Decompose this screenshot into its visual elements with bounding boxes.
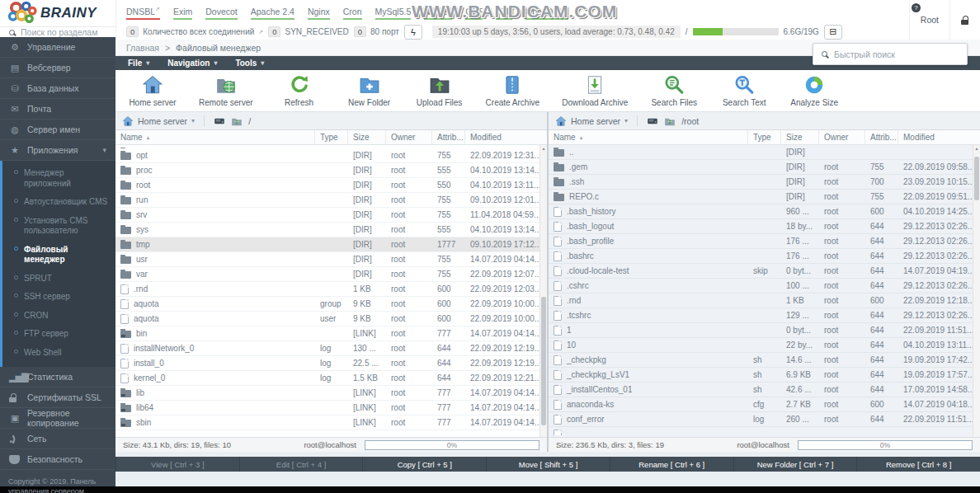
- file-row[interactable]: usr [DIR] root 755 14.07.2019 04:14...: [115, 252, 539, 267]
- drive-icon[interactable]: [647, 115, 658, 127]
- file-row[interactable]: _installCentos_01 sh 42.6 ... root 644 1…: [549, 383, 973, 397]
- sidebar-item[interactable]: ◍ Сервер имен: [0, 120, 115, 140]
- column-type[interactable]: Type: [315, 130, 348, 144]
- lock-button[interactable]: [949, 0, 980, 40]
- file-row[interactable]: .ssh [DIR] root 700 23.09.2019 10:15...: [549, 175, 973, 190]
- quick-search[interactable]: [813, 43, 968, 65]
- file-row[interactable]: proc [DIR] root 555 04.10.2019 13:14...: [115, 163, 539, 178]
- toolbar-button[interactable]: Search Files: [650, 74, 698, 107]
- sidebar-item[interactable]: ▣ Резервное копирование: [0, 408, 115, 429]
- left-scrollbar[interactable]: ▴: [539, 145, 547, 437]
- column-modified[interactable]: Modified: [898, 130, 973, 144]
- function-button[interactable]: Move [ Shift + 5 ]: [486, 457, 610, 472]
- file-row[interactable]: .bash_history 960 ... root 600 04.10.201…: [549, 204, 973, 219]
- file-row[interactable]: run [DIR] root 755 09.10.2019 12:01...: [115, 193, 539, 208]
- menubar-item[interactable]: Navigation▾: [158, 56, 226, 70]
- quick-search-input[interactable]: [834, 49, 949, 59]
- toolbar-button[interactable]: Remote server: [199, 74, 253, 107]
- file-row[interactable]: kernel_0 log 1.5 KB root 644 22.09.2019 …: [115, 371, 539, 386]
- column-owner[interactable]: Owner: [819, 130, 865, 144]
- file-row[interactable]: 1 0 byt... root 644 22.09.2019 11:51...: [549, 323, 973, 338]
- toolbar-button[interactable]: Create Archive: [486, 74, 540, 107]
- service-link[interactable]: FTP: [496, 6, 512, 20]
- column-type[interactable]: Type: [748, 130, 781, 144]
- toolbar-button[interactable]: Upload Files: [416, 74, 464, 107]
- function-button[interactable]: Edit [ Ctrl + 4 ]: [239, 457, 363, 472]
- column-owner[interactable]: Owner: [386, 130, 432, 144]
- toolbar-button[interactable]: Download Archive: [562, 74, 628, 107]
- sidebar-subitem[interactable]: Web Shell: [2, 344, 115, 363]
- toolbar-button[interactable]: Home server: [129, 74, 177, 107]
- right-scrollbar[interactable]: ▴: [973, 145, 980, 437]
- scroll-up-icon[interactable]: ▴: [973, 145, 980, 153]
- function-button[interactable]: Remove [ Ctrl + 8 ]: [856, 457, 980, 472]
- file-row[interactable]: .cloud-locale-test skip 0 byt... root 64…: [549, 264, 973, 279]
- file-row[interactable]: .rnd 1 KB root 600 22.09.2019 12:03...: [115, 282, 539, 297]
- brainy-logo[interactable]: BRAINY: [0, 0, 115, 26]
- file-row[interactable]: root [DIR] root 550 04.10.2019 13:11...: [115, 178, 539, 193]
- toolbar-button[interactable]: Search Text: [720, 74, 768, 107]
- sidebar-subitem[interactable]: SPRUT: [2, 270, 115, 289]
- menubar-item[interactable]: File▾: [119, 56, 158, 70]
- file-row[interactable]: var [DIR] root 755 22.09.2019 12:07...: [115, 267, 539, 282]
- service-link[interactable]: MySql5.5: [375, 6, 412, 20]
- file-row[interactable]: REPO.c [DIR] root 755 22.09.2019 09:51..…: [549, 190, 973, 204]
- service-link[interactable]: Apache 2.4: [251, 6, 294, 20]
- function-button[interactable]: View [ Ctrl + 3 ]: [115, 457, 239, 472]
- file-row[interactable]: .gem [DIR] root 755 22.09.2019 09:58...: [549, 160, 973, 175]
- file-row[interactable]: 10 22 by... root 644 04.10.2019 13:11...: [549, 338, 973, 353]
- toolbar-button[interactable]: Analyze Size: [790, 74, 838, 107]
- sidebar-search-input[interactable]: [21, 27, 103, 37]
- file-row[interactable]: conf_error log 260 ... root 644 22.09.20…: [549, 412, 973, 427]
- service-link[interactable]: Nginx: [308, 6, 330, 20]
- file-row[interactable]: srv [DIR] root 755 11.04.2018 04:59...: [115, 208, 539, 223]
- sidebar-item[interactable]: Безопасность: [0, 449, 115, 470]
- file-row[interactable]: _checkpkg_LsV1 sh 6.9 KB root 644 19.09.…: [549, 368, 973, 383]
- function-button[interactable]: Rename [ Ctrl + 6 ]: [610, 457, 733, 472]
- toolbar-button[interactable]: Refresh: [276, 74, 323, 107]
- file-row[interactable]: aquota user 9 KB root 600 22.09.2019 10:…: [115, 312, 539, 326]
- file-row[interactable]: .rnd 1 KB root 600 22.09.2019 12:18...: [549, 293, 973, 308]
- service-link[interactable]: Named: [424, 6, 452, 20]
- column-attrib[interactable]: Attrib...: [865, 130, 898, 144]
- service-link[interactable]: Cron: [343, 6, 362, 20]
- folder-up-icon[interactable]: [231, 115, 243, 127]
- column-modified[interactable]: Modified: [465, 130, 539, 144]
- file-row[interactable]: bin [LINK] root 777 14.07.2019 04:14...: [115, 326, 539, 341]
- column-size[interactable]: Size: [781, 130, 819, 144]
- file-row[interactable]: install_0 log 22.5 ... root 644 22.09.20…: [115, 356, 539, 371]
- sidebar-subitem[interactable]: Менеджер приложений: [2, 164, 115, 193]
- sidebar-search[interactable]: [0, 26, 115, 37]
- file-row[interactable]: .cshrc 100 ... root 644 29.12.2013 02:26…: [549, 279, 973, 293]
- service-link[interactable]: DNSBL↗: [126, 6, 160, 20]
- sidebar-subitem[interactable]: SSH сервер: [2, 288, 115, 307]
- column-size[interactable]: Size: [348, 130, 386, 144]
- file-row[interactable]: lib64 [LINK] root 777 14.07.2019 04:14..…: [115, 401, 539, 416]
- counter-connections[interactable]: 0 Количество всех соединений ↗: [126, 26, 263, 37]
- drive-icon[interactable]: [214, 115, 225, 127]
- server-selector[interactable]: Home server ▾: [122, 115, 195, 127]
- breadcrumb-home[interactable]: Главная: [126, 43, 159, 53]
- menubar-item[interactable]: Tools▾: [226, 56, 273, 70]
- column-name[interactable]: Name▴: [115, 130, 315, 144]
- scrollbar-thumb[interactable]: [974, 157, 979, 200]
- file-row[interactable]: .. [DIR]: [549, 145, 973, 160]
- disk-button[interactable]: ⊟: [824, 25, 842, 40]
- column-name[interactable]: Name▴: [549, 130, 748, 144]
- file-row[interactable]: .bash_profile 176 ... root 644 29.12.201…: [549, 234, 973, 249]
- file-row[interactable]: tmp [DIR] root 1777 09.10.2019 17:12...: [115, 237, 539, 252]
- file-row[interactable]: _checkpkg sh 14.6 ... root 644 19.09.201…: [549, 353, 973, 368]
- sidebar-item[interactable]: ⚙ Управление: [0, 37, 115, 58]
- sidebar-item[interactable]: Сертификаты SSL: [0, 387, 115, 408]
- sidebar-item[interactable]: ★ Приложения ▾: [0, 140, 115, 161]
- sidebar-subitem[interactable]: Автоустановщик CMS: [2, 193, 115, 212]
- server-selector[interactable]: Home server ▾: [555, 115, 628, 127]
- file-row[interactable]: aquota group 9 KB root 600 22.09.2019 10…: [115, 297, 539, 312]
- sidebar-item[interactable]: ▂▅▇ Статистика: [0, 367, 115, 387]
- scrollbar-thumb[interactable]: [541, 297, 546, 425]
- sidebar-item[interactable]: ✉ Почта: [0, 99, 115, 120]
- scroll-up-icon[interactable]: ▴: [540, 145, 547, 153]
- sidebar-subitem[interactable]: Файловый менеджер: [2, 241, 115, 270]
- file-row[interactable]: sbin [LINK] root 777 14.07.2019 04:14...: [115, 416, 539, 430]
- sidebar-item[interactable]: ⛁ База данных: [0, 78, 115, 99]
